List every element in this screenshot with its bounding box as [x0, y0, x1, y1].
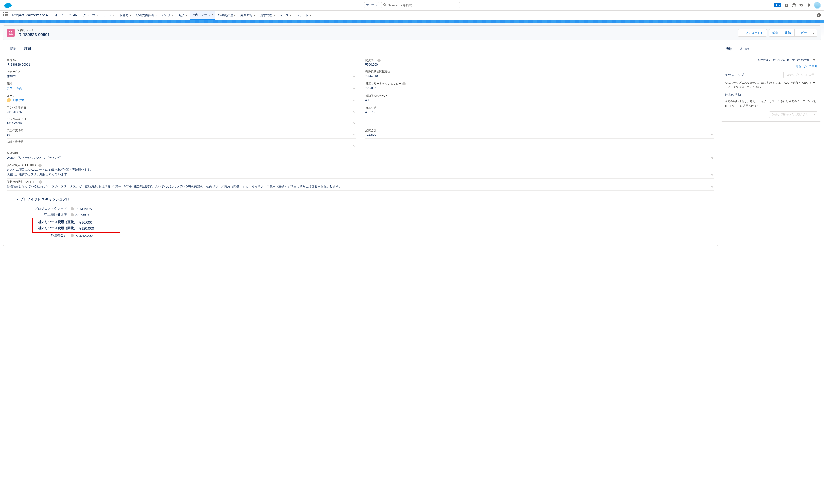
filter-text: 条件: 常時・すべての活動・すべての種別	[757, 58, 809, 62]
field-value: ¥395,310	[365, 74, 715, 78]
load-past-button[interactable]: 過去の活動をさらに読み込む	[769, 111, 811, 118]
nav-chatter[interactable]: Chatter	[66, 11, 81, 20]
user-link[interactable]: 田中 次郎	[7, 98, 356, 102]
delete-button[interactable]: 削除	[782, 29, 795, 36]
info-icon[interactable]: i	[817, 13, 821, 17]
chevron-down-icon: ▼	[113, 14, 115, 16]
notifications-bell-icon[interactable]	[806, 3, 811, 8]
nav-expense[interactable]: 経費精算▼	[238, 11, 258, 20]
nav-home[interactable]: ホーム	[53, 11, 66, 20]
field-value: ¥0	[365, 98, 715, 102]
field-value: カスタム項目にAPEXコードにて積み上げ計算を実装願います。	[7, 168, 714, 172]
profit-label: 社内リソース費用（間接）	[33, 226, 80, 230]
refresh-link[interactable]: 更新	[796, 65, 801, 68]
add-icon[interactable]	[784, 3, 789, 8]
edit-button[interactable]: 編集	[769, 29, 782, 36]
nav-cases[interactable]: ケース▼	[278, 11, 294, 20]
search-scope-select[interactable]: すべて ▼	[364, 2, 380, 8]
load-past-caret[interactable]: ▼	[811, 111, 817, 118]
field-value: 現在は、通貨のカスタム項目となっています	[7, 172, 714, 177]
field-label: 概算時給	[365, 106, 715, 110]
profit-value: PLATINUM	[75, 207, 101, 211]
edit-pencil-icon[interactable]: ✎	[353, 122, 355, 125]
field-label: 実績作業時間	[7, 140, 356, 144]
show-more-steps-button[interactable]: ステップをさらに表示	[784, 72, 817, 78]
copy-button[interactable]: コピー	[794, 29, 810, 36]
edit-pencil-icon[interactable]: ✎	[353, 110, 355, 114]
edit-pencil-icon[interactable]: ✎	[353, 75, 355, 78]
edit-pencil-icon[interactable]: ✎	[353, 87, 355, 90]
field-label: 業務 No.	[7, 59, 356, 62]
field-label: ユーザ	[7, 94, 356, 98]
bullet-icon	[71, 213, 74, 216]
svg-line-1	[385, 5, 386, 6]
setup-gear-icon[interactable]	[799, 3, 804, 8]
salesforce-logo[interactable]	[3, 2, 12, 8]
nav-internal-resource[interactable]: 社内リソース▼	[190, 11, 215, 20]
field-value: 2018/08/30	[7, 122, 356, 125]
edit-pencil-icon[interactable]: ✎	[711, 173, 714, 177]
nav-billing[interactable]: 請求管理▼	[258, 11, 278, 20]
profit-label: 外注費合計	[16, 233, 69, 238]
profit-value: ¥80,000	[80, 220, 105, 224]
nav-opportunities[interactable]: 商談▼	[176, 11, 190, 20]
info-icon[interactable]: i	[39, 181, 42, 184]
nav-pack[interactable]: パック▼	[160, 11, 176, 20]
svg-point-5	[11, 31, 12, 32]
expand-all-link[interactable]: すべて展開	[803, 65, 817, 68]
nav-accounts[interactable]: 取引先▼	[117, 11, 134, 20]
field-value: ¥19,765	[365, 110, 715, 114]
nav-contacts[interactable]: 取引先責任者▼	[134, 11, 160, 20]
field-label: ステータス	[7, 70, 356, 74]
nav-outsourcing[interactable]: 外注費管理▼	[215, 11, 238, 20]
global-search[interactable]	[381, 2, 460, 8]
decorative-wave	[0, 20, 824, 23]
chevron-down-icon: ▼	[253, 14, 255, 16]
favorites-button[interactable]: ▼	[774, 3, 782, 7]
nav-leads[interactable]: リード▼	[101, 11, 117, 20]
field-value: ¥500,000	[365, 63, 715, 66]
profit-value: ¥2,042,000	[75, 234, 101, 238]
field-value: Webアプリケーションスクリプティング	[7, 156, 714, 160]
field-label: 予定作業開始日	[7, 106, 356, 110]
profit-value: ¥320,000	[80, 226, 105, 230]
chevron-down-icon: ▼	[185, 14, 187, 16]
user-avatar[interactable]	[814, 2, 821, 9]
edit-pencil-icon[interactable]: ✎	[711, 133, 714, 136]
edit-pencil-icon[interactable]: ✎	[353, 144, 355, 148]
field-label: 売掛反映後間接売上	[365, 70, 715, 74]
field-value: 作業中	[7, 74, 356, 78]
info-icon[interactable]: i	[377, 59, 381, 62]
field-label: 残期間反映後FCF	[365, 94, 715, 98]
field-value: 参照項目となっている社内リソースの「ステータス」が「依頼済み, 受理済み, 作業…	[7, 184, 714, 189]
chevron-down-icon: ▼	[211, 14, 213, 16]
tab-related[interactable]: 関連	[7, 44, 21, 54]
opportunity-link[interactable]: テスト商談	[7, 86, 356, 90]
past-activity-desc: 過去の活動はありません。「完了」とマークされた過去のミーティングと ToDo が…	[725, 99, 817, 108]
chevron-down-icon: ▼	[309, 14, 312, 16]
next-steps-desc: 次のステップはありません。先に進めるには、ToDo を追加するか、ミーティングを…	[725, 81, 817, 89]
edit-pencil-icon[interactable]: ✎	[711, 185, 714, 189]
nav-reports[interactable]: レポート▼	[294, 11, 314, 20]
nav-groups[interactable]: グループ▼	[81, 11, 101, 20]
edit-pencil-icon[interactable]: ✎	[353, 99, 355, 102]
edit-pencil-icon[interactable]: ✎	[353, 133, 355, 136]
info-icon[interactable]: i	[402, 82, 406, 86]
entity-icon	[7, 29, 15, 37]
follow-button[interactable]: ＋フォローする	[738, 29, 767, 36]
field-label: 間接売上i	[365, 59, 715, 62]
tab-chatter[interactable]: Chatter	[738, 47, 750, 54]
tab-activity[interactable]: 活動	[725, 47, 733, 54]
info-icon[interactable]: i	[38, 164, 42, 167]
help-icon[interactable]	[792, 3, 796, 8]
field-value: 2018/08/26	[7, 110, 356, 114]
svg-point-4	[9, 31, 10, 32]
tab-detail[interactable]: 詳細	[21, 44, 34, 54]
field-value: 5	[7, 144, 356, 148]
filter-button[interactable]	[811, 57, 817, 63]
app-launcher-icon[interactable]	[3, 12, 10, 18]
more-actions-button[interactable]: ▼	[810, 29, 817, 36]
edit-pencil-icon[interactable]: ✎	[711, 157, 714, 160]
chevron-down-icon: ▼	[155, 14, 157, 16]
search-input[interactable]	[388, 3, 458, 7]
